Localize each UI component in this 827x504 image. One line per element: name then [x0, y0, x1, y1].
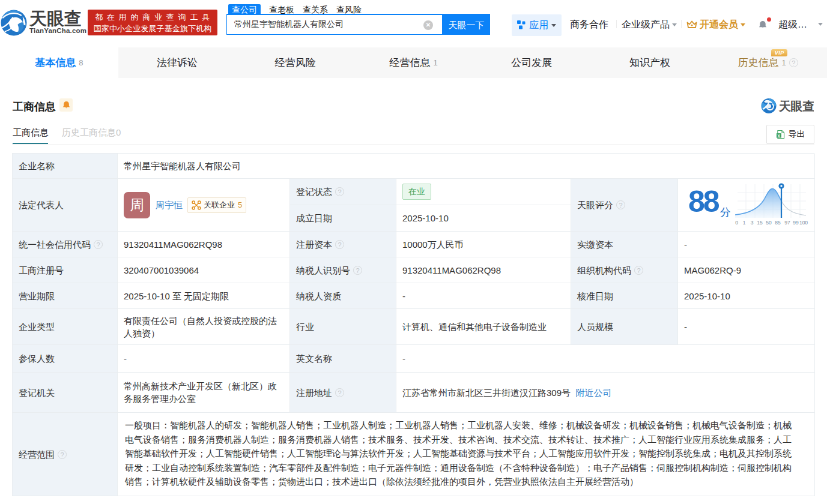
svg-text:85: 85	[775, 220, 781, 226]
svg-text:1: 1	[743, 220, 746, 226]
svg-text:50: 50	[766, 220, 772, 226]
svg-text:100: 100	[799, 220, 808, 226]
svg-text:15: 15	[757, 220, 763, 226]
svg-text:0: 0	[735, 220, 738, 226]
svg-text:3: 3	[751, 220, 754, 226]
svg-text:97: 97	[784, 220, 790, 226]
svg-text:天眼查: 天眼查	[778, 100, 814, 113]
svg-text:99: 99	[793, 220, 799, 226]
svg-text:X: X	[777, 134, 780, 138]
